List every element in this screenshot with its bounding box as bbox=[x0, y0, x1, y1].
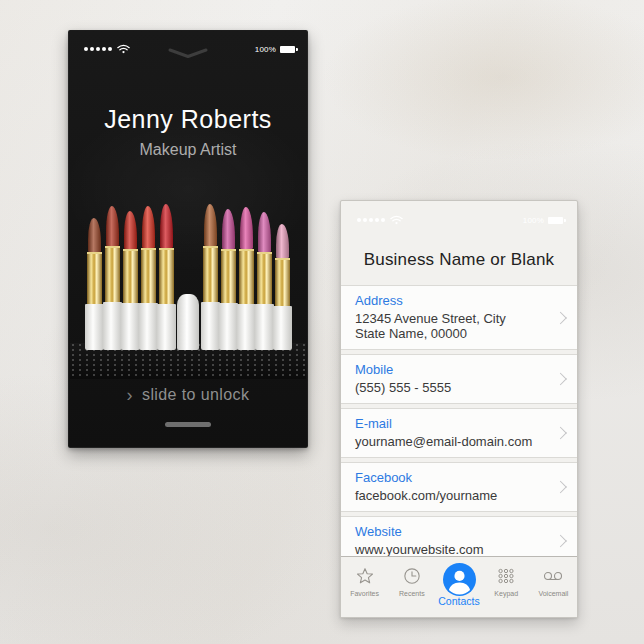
tab-label: Recents bbox=[399, 590, 425, 597]
tab-keypad[interactable]: Keypad bbox=[483, 557, 530, 617]
tab-recents[interactable]: Recents bbox=[388, 557, 435, 617]
row-value: State Name, 00000 bbox=[355, 326, 551, 341]
wifi-icon bbox=[117, 44, 130, 54]
row-label: E-mail bbox=[355, 416, 551, 431]
keypad-icon bbox=[496, 564, 516, 588]
lipstick-row bbox=[69, 204, 307, 350]
status-right: 100% bbox=[255, 45, 295, 54]
star-icon bbox=[355, 564, 375, 588]
slide-to-unlock[interactable]: slide to unlock bbox=[69, 384, 307, 405]
contact-row-mobile[interactable]: Mobile (555) 555 - 5555 bbox=[341, 354, 577, 404]
tab-label: Voicemail bbox=[538, 590, 568, 597]
row-value: yourname@email-domain.com bbox=[355, 434, 551, 449]
chevron-right-icon bbox=[554, 427, 567, 440]
contact-name: Jenny Roberts bbox=[69, 105, 307, 134]
contact-row-address[interactable]: Address 12345 Avenue Street, City State … bbox=[341, 285, 577, 350]
row-value: 12345 Avenue Street, City bbox=[355, 311, 551, 326]
wifi-icon bbox=[390, 215, 403, 225]
tab-bar: Favorites Recents Contacts bbox=[341, 556, 577, 617]
chevron-right-icon bbox=[554, 373, 567, 386]
slide-to-unlock-label: slide to unlock bbox=[142, 386, 249, 403]
chevron-right-icon bbox=[554, 311, 567, 324]
contact-job-title: Makeup Artist bbox=[69, 141, 307, 159]
voicemail-icon bbox=[541, 564, 565, 588]
home-indicator[interactable] bbox=[165, 422, 211, 427]
contact-info-card: 100% Business Name or Blank Address 1234… bbox=[340, 200, 578, 618]
row-label: Mobile bbox=[355, 362, 551, 377]
chevron-right-icon bbox=[554, 481, 567, 494]
tab-contacts[interactable]: Contacts bbox=[435, 557, 482, 617]
lock-screen-card: 100% Jenny Roberts Makeup Artist slide t… bbox=[68, 30, 308, 448]
signal-strength-icon bbox=[357, 218, 387, 222]
row-value: facebook.com/yourname bbox=[355, 488, 551, 503]
tab-label: Favorites bbox=[350, 590, 379, 597]
status-left bbox=[357, 215, 403, 225]
battery-percent-label: 100% bbox=[523, 216, 544, 225]
notification-grabber-chevron-icon[interactable] bbox=[167, 45, 209, 63]
row-label: Facebook bbox=[355, 470, 551, 485]
status-right: 100% bbox=[523, 216, 563, 225]
contact-status-bar: 100% bbox=[357, 215, 563, 225]
battery-icon bbox=[280, 46, 295, 53]
row-label: Address bbox=[355, 293, 551, 308]
tab-label: Keypad bbox=[494, 590, 518, 597]
status-left bbox=[84, 44, 130, 54]
business-name-header: Business Name or Blank bbox=[341, 250, 577, 270]
clock-icon bbox=[402, 564, 422, 588]
row-value: (555) 555 - 5555 bbox=[355, 380, 551, 395]
signal-strength-icon bbox=[84, 47, 114, 51]
contact-list: Address 12345 Avenue Street, City State … bbox=[341, 285, 577, 570]
battery-percent-label: 100% bbox=[255, 45, 276, 54]
contact-row-email[interactable]: E-mail yourname@email-domain.com bbox=[341, 408, 577, 458]
battery-icon bbox=[548, 217, 563, 224]
contact-row-facebook[interactable]: Facebook facebook.com/yourname bbox=[341, 462, 577, 512]
chevron-right-icon bbox=[554, 535, 567, 548]
tab-favorites[interactable]: Favorites bbox=[341, 557, 388, 617]
tab-voicemail[interactable]: Voicemail bbox=[530, 557, 577, 617]
row-value: www.yourwebsite.com bbox=[355, 542, 551, 557]
tab-label: Contacts bbox=[438, 595, 479, 607]
contacts-person-icon bbox=[443, 564, 476, 588]
slide-chevron-icon bbox=[127, 386, 142, 403]
row-label: Website bbox=[355, 524, 551, 539]
